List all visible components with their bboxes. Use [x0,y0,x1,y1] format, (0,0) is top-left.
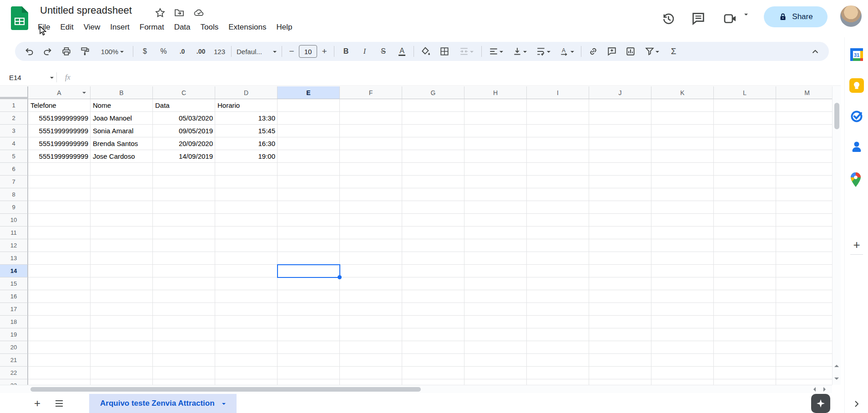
row-header-4[interactable]: 4 [0,137,28,150]
row-header-19[interactable]: 19 [0,328,28,341]
row-header-17[interactable]: 17 [0,303,28,316]
column-header-l[interactable]: L [714,86,776,99]
horizontal-scrollbar[interactable] [0,385,832,393]
bold-button[interactable]: B [337,42,355,60]
menu-item-edit[interactable]: Edit [55,21,78,33]
fill-handle[interactable] [338,275,342,279]
column-header-g[interactable]: G [402,86,464,99]
row-header-6[interactable]: 6 [0,163,28,176]
insert-link-button[interactable] [584,42,602,60]
menu-item-view[interactable]: View [79,21,106,33]
menu-item-insert[interactable]: Insert [105,21,135,33]
comments-icon[interactable] [691,11,706,26]
column-header-k[interactable]: K [651,86,714,99]
column-header-f[interactable]: F [340,86,402,99]
grid-cell-d4[interactable]: 16:30 [215,137,278,150]
row-header-3[interactable]: 3 [0,125,28,137]
row-header-5[interactable]: 5 [0,150,28,163]
active-sheet-tab[interactable]: Arquivo teste Zenvia Attraction [89,394,237,413]
row-header-22[interactable]: 22 [0,367,28,379]
grid-cell-d5[interactable]: 19:00 [215,150,278,163]
zoom-control[interactable]: 100% [94,42,131,60]
column-header-b[interactable]: B [91,86,153,99]
paint-format-button[interactable] [76,42,94,60]
grid-cell-a5[interactable]: 5551999999999 [28,150,91,163]
grid-cell-d2[interactable]: 13:30 [215,112,278,125]
row-header-16[interactable]: 16 [0,290,28,303]
increase-font-size-button[interactable]: + [317,42,332,60]
row-header-9[interactable]: 9 [0,201,28,214]
borders-button[interactable] [435,42,454,60]
menu-item-help[interactable]: Help [271,21,297,33]
name-box[interactable]: E14 [0,74,54,81]
horizontal-align-button[interactable] [484,42,508,60]
scroll-right-icon[interactable] [823,387,826,392]
share-button[interactable]: Share [764,6,828,27]
row-header-1[interactable]: 1 [0,99,28,112]
account-avatar[interactable] [840,5,862,27]
column-header-a[interactable]: A [28,86,91,99]
google-maps-icon[interactable] [849,172,862,187]
decrease-font-size-button[interactable]: − [284,42,299,60]
grid-body[interactable]: 1234567891011121314151617181920212223Tel… [0,99,832,385]
row-header-18[interactable]: 18 [0,316,28,328]
row-header-12[interactable]: 12 [0,239,28,252]
menu-item-data[interactable]: Data [169,21,196,33]
vertical-scrollbar-thumb[interactable] [834,103,839,129]
font-selector[interactable]: Defaul... [234,42,279,60]
grid-cell-c4[interactable]: 20/09/2020 [153,137,215,150]
format-currency-button[interactable]: $ [136,42,154,60]
grid-cell-c1[interactable]: Data [153,99,215,112]
column-header-i[interactable]: I [527,86,589,99]
star-icon[interactable] [155,7,166,18]
add-sheet-button[interactable]: + [30,396,45,411]
scroll-down-icon[interactable] [834,378,839,380]
row-header-13[interactable]: 13 [0,252,28,265]
grid-cell-c3[interactable]: 09/05/2019 [153,125,215,137]
undo-button[interactable] [20,42,38,60]
google-keep-icon[interactable] [849,78,864,93]
vertical-align-button[interactable] [508,42,531,60]
row-header-8[interactable]: 8 [0,188,28,201]
row-header-2[interactable]: 2 [0,112,28,125]
grid-cell-a1[interactable]: Telefone [28,99,91,112]
print-button[interactable] [57,42,76,60]
grid-cell-d1[interactable]: Horario [215,99,278,112]
all-sheets-menu-icon[interactable] [55,399,64,408]
insert-comment-button[interactable] [602,42,621,60]
italic-button[interactable]: I [355,42,374,60]
text-rotation-button[interactable]: A [555,42,579,60]
vertical-scrollbar[interactable] [832,86,841,385]
column-header-h[interactable]: H [464,86,527,99]
strikethrough-button[interactable]: S [374,42,393,60]
insert-chart-button[interactable] [621,42,640,60]
grid-cell-b4[interactable]: Brenda Santos [91,137,153,150]
grid-cell-a4[interactable]: 5551999999999 [28,137,91,150]
text-color-button[interactable]: A [393,42,411,60]
fill-color-button[interactable] [416,42,435,60]
decrease-decimal-button[interactable]: .0 [173,42,192,60]
font-size-input[interactable]: 10 [299,45,317,58]
hide-menus-button[interactable] [806,42,824,60]
get-add-ons-button[interactable]: + [849,237,864,252]
grid-cell-a3[interactable]: 5551999999999 [28,125,91,137]
text-wrap-button[interactable] [531,42,555,60]
column-header-c[interactable]: C [153,86,215,99]
grid-cell-b2[interactable]: Joao Manoel [91,112,153,125]
grid-cell-b5[interactable]: Jose Cardoso [91,150,153,163]
grid-cell-c5[interactable]: 14/09/2019 [153,150,215,163]
increase-decimal-button[interactable]: .00 [192,42,210,60]
gemini-sparkle-button[interactable] [811,394,830,413]
version-history-icon[interactable] [661,11,676,26]
grid-cell-d3[interactable]: 15:45 [215,125,278,137]
meet-dropdown-caret-icon[interactable] [743,15,748,24]
scroll-left-icon[interactable] [813,387,816,392]
row-header-15[interactable]: 15 [0,277,28,290]
google-calendar-icon[interactable]: 31 [849,47,864,62]
menu-item-extensions[interactable]: Extensions [223,21,271,33]
grid-cell-b1[interactable]: Nome [91,99,153,112]
row-header-21[interactable]: 21 [0,354,28,367]
grid-cell-b3[interactable]: Sonia Amaral [91,125,153,137]
menu-item-tools[interactable]: Tools [196,21,224,33]
sheets-logo-icon[interactable] [11,6,28,30]
